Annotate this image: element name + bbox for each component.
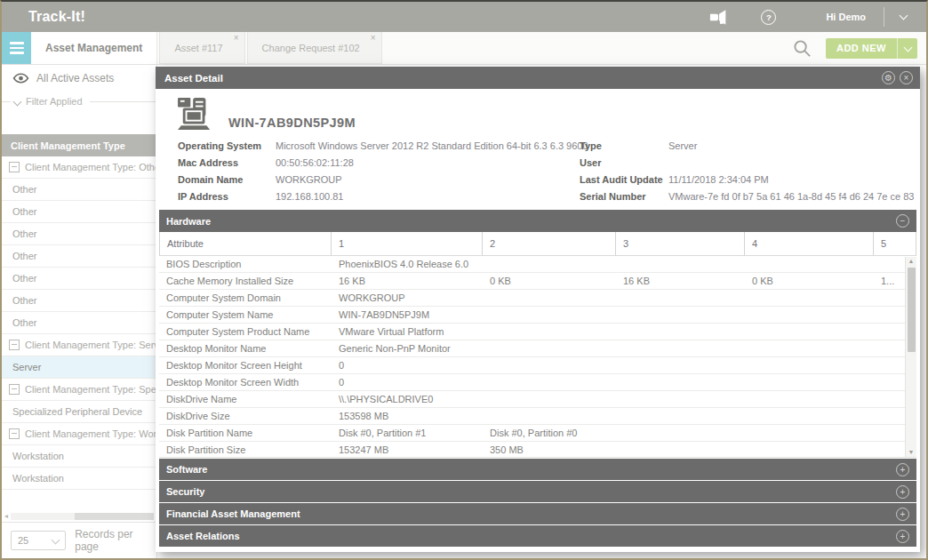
- hardware-column-header[interactable]: 3: [616, 232, 745, 255]
- section-bar-financial-asset-management[interactable]: Financial Asset Management+: [159, 503, 916, 524]
- sidebar-row-label: Other: [12, 273, 37, 284]
- expand-icon[interactable]: +: [896, 463, 909, 476]
- sidebar-row-label: Server: [12, 362, 41, 372]
- expand-icon[interactable]: +: [896, 508, 909, 521]
- section-bar-asset-relations[interactable]: Asset Relations+: [159, 525, 916, 547]
- sidebar-asset-row[interactable]: Other: [2, 245, 156, 268]
- hardware-cell: 350 MB: [483, 444, 616, 455]
- expand-icon[interactable]: +: [896, 485, 909, 499]
- tab-label: Asset Management: [45, 42, 142, 54]
- asset-detail-modal: Asset Detail ⚙ × WIN-7AB9DN5: [156, 67, 920, 552]
- filter-applied-row[interactable]: Filter Applied: [2, 92, 156, 111]
- hardware-column-header[interactable]: 4: [745, 232, 874, 255]
- sidebar-horizontal-scrollbar[interactable]: ◂: [2, 511, 156, 522]
- collapse-box-icon[interactable]: [9, 162, 20, 172]
- collapse-box-icon[interactable]: [9, 428, 20, 439]
- hardware-column-header[interactable]: 1: [332, 232, 483, 255]
- section-bar-software[interactable]: Software+: [159, 459, 916, 480]
- settings-gear-icon[interactable]: ⚙: [882, 71, 895, 84]
- chevron-down-icon: [903, 43, 912, 52]
- view-label: All Active Assets: [36, 72, 114, 84]
- hardware-cell: Desktop Monitor Screen Width: [159, 377, 332, 388]
- add-new-dropdown[interactable]: [898, 46, 917, 51]
- field-value: Server: [668, 140, 697, 151]
- hardware-cell: Computer System Domain: [159, 292, 332, 303]
- sidebar-group-row[interactable]: Client Management Type: Server (1): [2, 334, 156, 356]
- hardware-cell: 16 KB: [332, 276, 483, 286]
- sidebar-asset-row[interactable]: Other: [2, 223, 156, 245]
- tab-asset-117[interactable]: Asset #117 ×: [159, 32, 244, 64]
- scroll-up-icon[interactable]: ▲: [908, 257, 915, 266]
- group-column-header[interactable]: Client Management Type: [2, 134, 156, 156]
- collapse-box-icon[interactable]: [9, 340, 20, 350]
- expand-icon[interactable]: +: [896, 530, 909, 543]
- hardware-cell: \\.\PHYSICALDRIVE0: [332, 394, 483, 404]
- collapse-icon[interactable]: −: [896, 214, 909, 228]
- scrollbar-thumb[interactable]: [908, 268, 916, 352]
- hardware-column-header[interactable]: Attribute: [159, 232, 332, 255]
- hardware-row: Computer System NameWIN-7AB9DN5PJ9M: [159, 307, 916, 324]
- filter-label: Filter Applied: [26, 96, 83, 107]
- page-size-select[interactable]: 25: [11, 531, 66, 550]
- hardware-row: Disk Partition NameDisk #0, Partition #1…: [159, 425, 916, 442]
- sidebar-asset-row[interactable]: Other: [2, 268, 156, 290]
- field-row: Domain NameWORKGROUP: [178, 171, 580, 188]
- hardware-row: Cache Memory Installed Size16 KB0 KB16 K…: [159, 273, 916, 290]
- field-row: TypeServer: [580, 137, 916, 154]
- hardware-cell: Desktop Monitor Name: [159, 343, 332, 354]
- close-icon[interactable]: ×: [900, 71, 913, 84]
- add-new-button[interactable]: ADD NEW: [826, 38, 917, 59]
- sidebar-asset-row[interactable]: Other: [2, 290, 156, 312]
- hardware-row: Desktop Monitor Screen Width0: [159, 374, 916, 391]
- section-bar-security[interactable]: Security+: [159, 481, 916, 502]
- tab-close-icon[interactable]: ×: [371, 33, 376, 43]
- sidebar-row-label: Other: [12, 184, 37, 195]
- scrollbar-thumb[interactable]: [75, 513, 154, 520]
- sidebar: All Active Assets Filter Applied Client …: [2, 65, 157, 558]
- sidebar-asset-row[interactable]: Other: [2, 179, 156, 201]
- sidebar-asset-row[interactable]: Server: [2, 356, 156, 379]
- field-label: User: [580, 157, 668, 168]
- sidebar-group-row[interactable]: Client Management Type: Workstatio: [2, 423, 156, 445]
- scrollbar-track[interactable]: [11, 513, 154, 520]
- field-label: Last Audit Update: [580, 174, 668, 185]
- section-bar-hardware[interactable]: Hardware −: [159, 210, 916, 232]
- records-per-page-label: Records per page: [75, 528, 156, 553]
- menu-bar-icon: [10, 42, 24, 44]
- field-label: Serial Number: [580, 191, 668, 202]
- hamburger-menu-button[interactable]: [2, 32, 31, 64]
- tab-close-icon[interactable]: ×: [234, 33, 239, 43]
- tab-label: Change Request #102: [262, 43, 360, 53]
- scroll-down-icon[interactable]: ▼: [908, 448, 915, 457]
- sidebar-group-row[interactable]: Client Management Type: Specialize: [2, 379, 156, 401]
- hardware-cell: 0 KB: [483, 276, 616, 286]
- sidebar-asset-row[interactable]: Workstation: [2, 445, 156, 468]
- topbar-actions: ? Hi Demo: [709, 7, 926, 27]
- sidebar-group-row[interactable]: Client Management Type: Other (7): [2, 156, 156, 179]
- hardware-cell: Computer System Product Name: [159, 326, 332, 337]
- sidebar-asset-row[interactable]: Workstation: [2, 468, 156, 490]
- hardware-cell: 0: [332, 360, 483, 371]
- sidebar-asset-row[interactable]: Other: [2, 312, 156, 334]
- collapse-box-icon[interactable]: [9, 384, 20, 395]
- hardware-cell: Disk #0, Partition #0: [483, 428, 616, 438]
- hardware-vertical-scrollbar[interactable]: ▲ ▼: [905, 257, 916, 457]
- active-assets-view[interactable]: All Active Assets: [2, 65, 156, 92]
- sidebar-row-label: Workstation: [12, 473, 64, 484]
- user-menu-chevron-down-icon[interactable]: [900, 12, 908, 20]
- hardware-column-header[interactable]: 2: [483, 232, 616, 255]
- tab-change-request-102[interactable]: Change Request #102 ×: [247, 32, 382, 64]
- announcements-icon[interactable]: [709, 10, 729, 25]
- hardware-cell: Disk Partition Name: [159, 428, 332, 438]
- search-icon[interactable]: [793, 39, 812, 58]
- sidebar-asset-row[interactable]: Specialized Peripheral Device: [2, 401, 156, 423]
- scroll-left-icon[interactable]: ◂: [4, 513, 8, 520]
- hardware-cell: Computer System Name: [159, 309, 332, 320]
- sidebar-asset-row[interactable]: Other: [2, 201, 156, 223]
- help-icon[interactable]: ?: [761, 10, 776, 25]
- hardware-column-header[interactable]: 5: [874, 232, 916, 255]
- user-greeting[interactable]: Hi Demo: [826, 12, 866, 22]
- hardware-cell: WIN-7AB9DN5PJ9M: [332, 309, 483, 320]
- tabbar: Asset Management Asset #117 × Change Req…: [2, 32, 926, 65]
- tab-asset-management[interactable]: Asset Management: [31, 32, 157, 64]
